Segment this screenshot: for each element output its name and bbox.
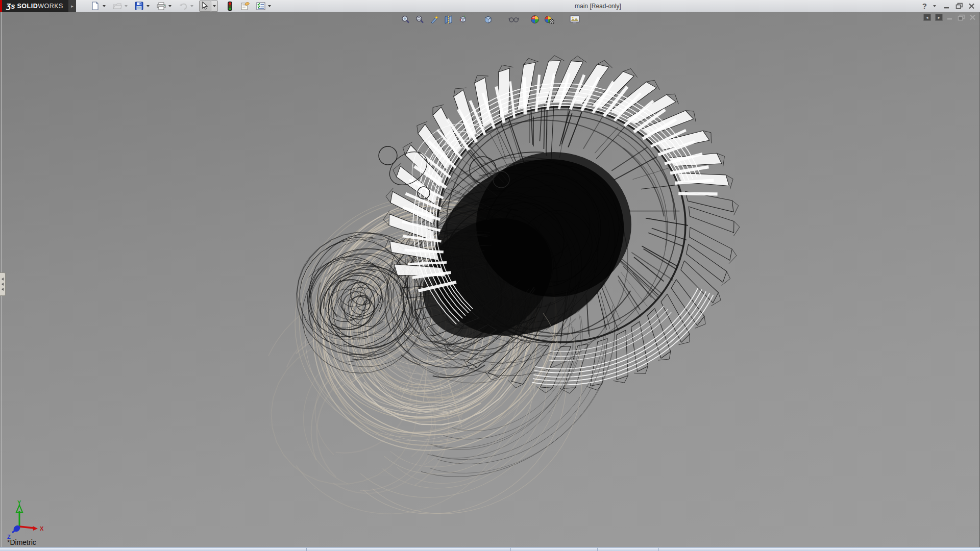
status-bar — [0, 547, 980, 551]
solidworks-logo-glyph: Ʒs — [6, 2, 15, 10]
triad-x-axis: X — [19, 525, 44, 532]
help-caret[interactable] — [933, 5, 936, 7]
open-button[interactable] — [111, 1, 124, 12]
minimize-button[interactable] — [944, 3, 950, 9]
select-tool-button[interactable] — [199, 1, 211, 12]
close-button[interactable] — [968, 3, 975, 9]
design-checker-button[interactable] — [255, 1, 267, 12]
select-caret-box[interactable] — [211, 1, 218, 12]
open-caret[interactable] — [125, 5, 128, 7]
open-folder-icon — [113, 2, 122, 10]
brand-works: WORKS — [38, 3, 63, 10]
undo-button[interactable] — [177, 1, 189, 12]
new-caret[interactable] — [103, 5, 106, 7]
design-checker-caret[interactable] — [268, 5, 271, 7]
graphics-viewport[interactable]: ◂ ▸ Y X — [0, 12, 980, 547]
print-icon — [157, 2, 166, 10]
help-icon: ? — [922, 2, 927, 10]
print-caret[interactable] — [168, 5, 172, 7]
brand-solid: SOLID — [17, 3, 38, 10]
triad-x-label: X — [40, 525, 44, 532]
restore-icon — [955, 3, 963, 9]
triad-y-axis: Y — [16, 500, 22, 527]
titlebar: Ʒs SOLID WORKS ▸ — [0, 0, 980, 12]
close-icon — [968, 3, 975, 9]
document-properties-icon — [240, 2, 250, 10]
design-checker-icon — [256, 2, 265, 10]
save-caret[interactable] — [146, 5, 150, 7]
minimize-icon — [944, 3, 950, 9]
traffic-light-button[interactable] — [224, 1, 236, 12]
undo-caret[interactable] — [190, 5, 193, 7]
menu-flyout-arrow[interactable]: ▸ — [68, 0, 76, 12]
save-button[interactable] — [133, 1, 145, 12]
restore-button[interactable] — [955, 3, 963, 9]
triad-z-axis: Z — [7, 524, 21, 540]
new-document-icon — [91, 2, 100, 10]
save-icon — [135, 2, 143, 10]
reference-triad: Y X Z — [4, 500, 55, 543]
new-document-button[interactable] — [89, 1, 102, 12]
print-button[interactable] — [155, 1, 167, 12]
standard-toolbar — [89, 1, 274, 12]
window-controls: ? — [922, 2, 980, 10]
orientation-label: *Dimetric — [7, 538, 36, 546]
solidworks-logo: Ʒs SOLID WORKS — [0, 0, 68, 12]
undo-icon — [179, 2, 188, 10]
logo-red-strip — [0, 0, 2, 12]
window-title: main [Read-only] — [274, 3, 922, 10]
engine-wireframe[interactable] — [0, 12, 980, 547]
select-cursor-icon — [201, 2, 209, 10]
select-caret — [213, 5, 216, 7]
triad-y-label: Y — [17, 500, 21, 506]
traffic-light-icon — [228, 2, 232, 11]
help-button[interactable]: ? — [922, 2, 927, 10]
document-properties-button[interactable] — [239, 1, 252, 12]
